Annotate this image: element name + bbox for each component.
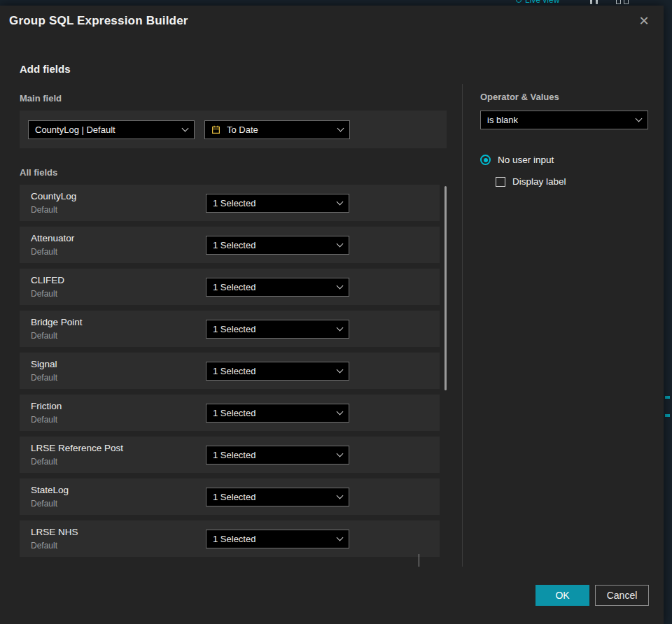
row-selected-dropdown[interactable]: 1 Selected (206, 404, 349, 423)
operator-values-label: Operator & Values (480, 92, 559, 102)
row-selected-dropdown[interactable]: 1 Selected (206, 488, 349, 506)
no-user-input-radio[interactable]: No user input (480, 155, 554, 165)
field-subtitle: Default (31, 457, 57, 467)
live-view-label: Live view (525, 0, 559, 5)
field-subtitle: Default (31, 247, 57, 257)
calendar-icon (211, 125, 220, 134)
all-fields-label: All fields (20, 167, 57, 178)
map-tool-icon (665, 414, 670, 417)
display-label-checkbox[interactable]: Display label (496, 176, 566, 187)
list-scrollbar[interactable] (443, 185, 449, 560)
field-subtitle: Default (31, 499, 57, 509)
field-name: Attenuator (31, 233, 74, 243)
main-date-dropdown[interactable]: To Date (204, 120, 350, 139)
chevron-down-icon (182, 125, 189, 132)
field-row: CountyLog Default 1 Selected (20, 185, 440, 221)
group-sql-expression-builder-dialog: Group SQL Expression Builder ✕ Add field… (0, 6, 664, 624)
chevron-down-icon (636, 115, 643, 122)
chevron-down-icon (337, 451, 344, 458)
field-row: Signal Default 1 Selected (20, 353, 440, 389)
live-view-icon (516, 0, 522, 3)
row-selected-value: 1 Selected (213, 492, 255, 502)
app-background-strip: Live view (0, 0, 672, 6)
operator-dropdown[interactable]: is blank (480, 111, 648, 129)
checkbox-icon (496, 177, 505, 187)
chevron-down-icon (337, 409, 344, 416)
row-selected-dropdown[interactable]: 1 Selected (206, 278, 349, 297)
field-name: LRSE Reference Post (31, 443, 123, 453)
field-name: LRSE NHS (31, 527, 78, 537)
panels-icon (616, 0, 629, 4)
field-subtitle: Default (31, 415, 57, 425)
row-selected-dropdown[interactable]: 1 Selected (206, 194, 349, 213)
row-selected-value: 1 Selected (213, 240, 255, 250)
row-selected-value: 1 Selected (213, 198, 255, 208)
main-field-label: Main field (20, 93, 62, 104)
field-row: LRSE Reference Post Default 1 Selected (20, 437, 440, 473)
field-row: Attenuator Default 1 Selected (20, 227, 440, 263)
cancel-button[interactable]: Cancel (595, 585, 649, 606)
row-selected-value: 1 Selected (213, 450, 255, 460)
checkbox-label: Display label (512, 176, 566, 187)
field-subtitle: Default (31, 289, 57, 299)
radio-label: No user input (498, 155, 554, 165)
main-field-value: CountyLog | Default (35, 125, 115, 135)
field-row: Friction Default 1 Selected (20, 395, 440, 431)
close-icon[interactable]: ✕ (636, 13, 652, 29)
chevron-down-icon (337, 325, 344, 332)
chevron-down-icon (337, 125, 344, 132)
live-view-indicator: Live view (516, 0, 559, 5)
chevron-down-icon (337, 492, 344, 499)
row-selected-value: 1 Selected (213, 366, 255, 376)
row-selected-dropdown[interactable]: 1 Selected (206, 530, 349, 548)
chevron-down-icon (337, 199, 344, 206)
ok-button[interactable]: OK (536, 585, 589, 606)
field-row: LRSE NHS Default 1 Selected (20, 520, 440, 557)
scrollbar-thumb[interactable] (444, 186, 447, 390)
row-selected-value: 1 Selected (213, 534, 255, 544)
field-row: CLIFED Default 1 Selected (20, 269, 440, 305)
field-name: CLIFED (31, 275, 64, 285)
pause-icon (590, 0, 598, 4)
row-selected-dropdown[interactable]: 1 Selected (206, 236, 349, 255)
field-name: CountyLog (31, 191, 76, 201)
row-selected-dropdown[interactable]: 1 Selected (206, 320, 349, 339)
map-tool-icon (665, 396, 670, 399)
field-row: StateLog Default 1 Selected (20, 478, 440, 515)
scroll-down-icon[interactable] (419, 554, 426, 561)
row-selected-dropdown[interactable]: 1 Selected (206, 446, 349, 465)
app-background-right (664, 6, 672, 624)
field-name: Signal (31, 359, 57, 369)
main-field-dropdown[interactable]: CountyLog | Default (28, 120, 195, 139)
field-subtitle: Default (31, 541, 57, 551)
chevron-down-icon (337, 283, 344, 290)
field-row: Bridge Point Default 1 Selected (20, 311, 440, 347)
main-field-panel: CountyLog | Default To Date (20, 111, 447, 148)
main-date-value: To Date (227, 125, 258, 135)
row-selected-value: 1 Selected (213, 282, 255, 292)
field-subtitle: Default (31, 331, 57, 341)
field-subtitle: Default (31, 205, 57, 215)
row-selected-value: 1 Selected (213, 324, 255, 334)
field-name: StateLog (31, 485, 69, 495)
radio-selected-icon (480, 155, 491, 165)
column-divider (462, 84, 463, 567)
field-name: Bridge Point (31, 317, 83, 327)
field-subtitle: Default (31, 373, 57, 383)
chevron-down-icon (337, 241, 344, 248)
chevron-down-icon (337, 534, 344, 541)
dialog-title: Group SQL Expression Builder (9, 14, 188, 28)
row-selected-dropdown[interactable]: 1 Selected (206, 362, 349, 381)
chevron-down-icon (337, 367, 344, 374)
all-fields-list: CountyLog Default 1 Selected Attenuator … (20, 185, 440, 557)
row-selected-value: 1 Selected (213, 408, 255, 418)
field-name: Friction (31, 401, 62, 411)
operator-value: is blank (487, 115, 518, 125)
add-fields-heading: Add fields (20, 63, 71, 75)
